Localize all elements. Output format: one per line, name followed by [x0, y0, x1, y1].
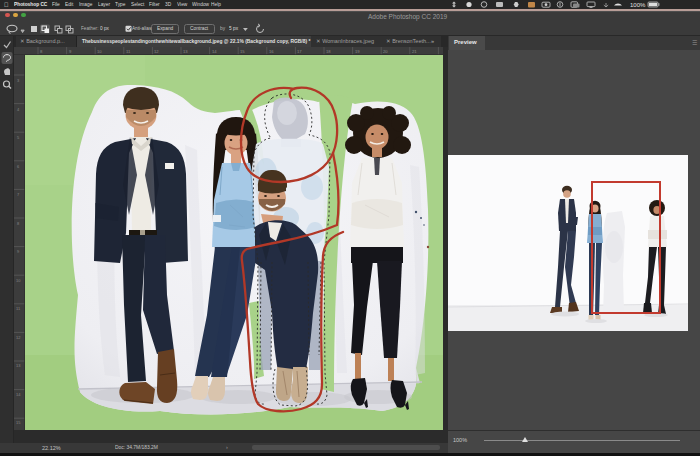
svg-text:17: 17: [297, 49, 302, 54]
svg-text:12: 12: [16, 335, 21, 340]
svg-text:13: 13: [183, 49, 188, 54]
svg-text:11: 11: [126, 49, 131, 54]
svg-text:14: 14: [16, 392, 21, 397]
svg-text:14: 14: [212, 49, 217, 54]
svg-text:15: 15: [16, 420, 21, 425]
svg-text:20: 20: [383, 49, 388, 54]
svg-text:21: 21: [412, 49, 417, 54]
svg-text:12: 12: [154, 49, 159, 54]
svg-text:10: 10: [97, 49, 102, 54]
svg-text:15: 15: [240, 49, 245, 54]
svg-text:100%: 100%: [630, 2, 646, 8]
svg-text:18: 18: [326, 49, 331, 54]
svg-text:16: 16: [269, 49, 274, 54]
svg-text:10: 10: [16, 278, 21, 283]
svg-text:13: 13: [16, 363, 21, 368]
svg-text:19: 19: [355, 49, 360, 54]
